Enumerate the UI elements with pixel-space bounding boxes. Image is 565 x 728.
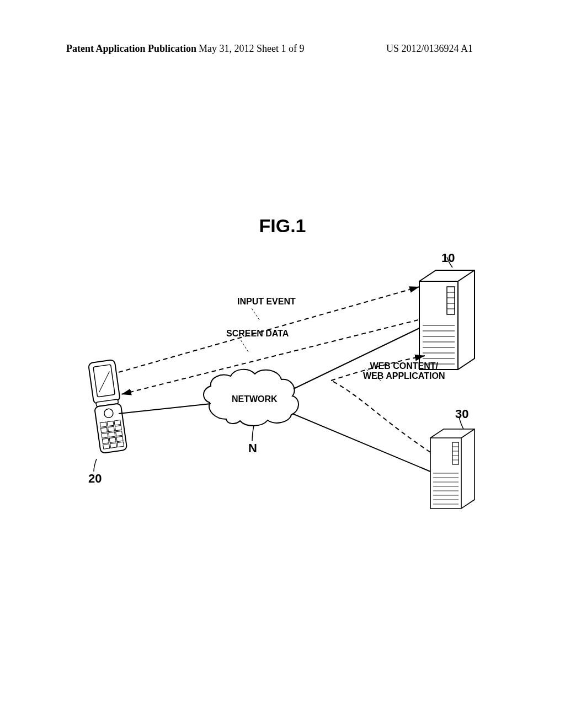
svg-rect-2 xyxy=(447,287,455,314)
svg-rect-31 xyxy=(93,365,115,397)
svg-line-51 xyxy=(119,404,211,414)
header-left: Patent Application Publication xyxy=(66,43,196,55)
svg-rect-47 xyxy=(116,436,123,441)
svg-line-53 xyxy=(292,414,430,472)
svg-rect-45 xyxy=(102,438,109,443)
header-center: May 31, 2012 Sheet 1 of 9 xyxy=(199,43,304,55)
svg-rect-48 xyxy=(103,444,110,449)
label-input-event: INPUT EVENT xyxy=(237,297,296,307)
label-network: NETWORK xyxy=(232,394,278,404)
svg-rect-41 xyxy=(115,425,121,430)
svg-rect-36 xyxy=(100,422,106,427)
svg-rect-39 xyxy=(101,427,108,432)
page: Patent Application Publication May 31, 2… xyxy=(0,0,565,728)
svg-rect-37 xyxy=(107,421,114,426)
svg-rect-46 xyxy=(109,437,116,442)
diagram: INPUT EVENT SCREEN DATA WEB CONTENT/ WEB… xyxy=(66,254,508,518)
svg-rect-44 xyxy=(116,431,122,436)
svg-rect-42 xyxy=(102,433,108,438)
figure-title: FIG.1 xyxy=(0,215,565,237)
diagram-svg xyxy=(66,254,508,518)
ref-10: 10 xyxy=(441,251,455,265)
server-icon-30 xyxy=(430,429,475,508)
ref-20: 20 xyxy=(88,472,102,486)
svg-rect-49 xyxy=(110,443,117,448)
svg-rect-43 xyxy=(109,432,115,437)
ref-30: 30 xyxy=(455,407,468,421)
svg-rect-38 xyxy=(114,420,121,425)
server-icon-10 xyxy=(419,270,475,370)
ref-n: N xyxy=(248,441,257,456)
svg-rect-50 xyxy=(117,442,124,447)
phone-icon xyxy=(88,360,127,453)
svg-marker-0 xyxy=(419,270,475,370)
svg-rect-17 xyxy=(452,442,459,464)
label-screen-data: SCREEN DATA xyxy=(226,329,289,339)
svg-rect-40 xyxy=(108,426,114,431)
svg-marker-15 xyxy=(430,429,475,508)
label-web-content: WEB CONTENT/ WEB APPLICATION xyxy=(363,361,445,382)
header-right: US 2012/0136924 A1 xyxy=(386,43,473,55)
